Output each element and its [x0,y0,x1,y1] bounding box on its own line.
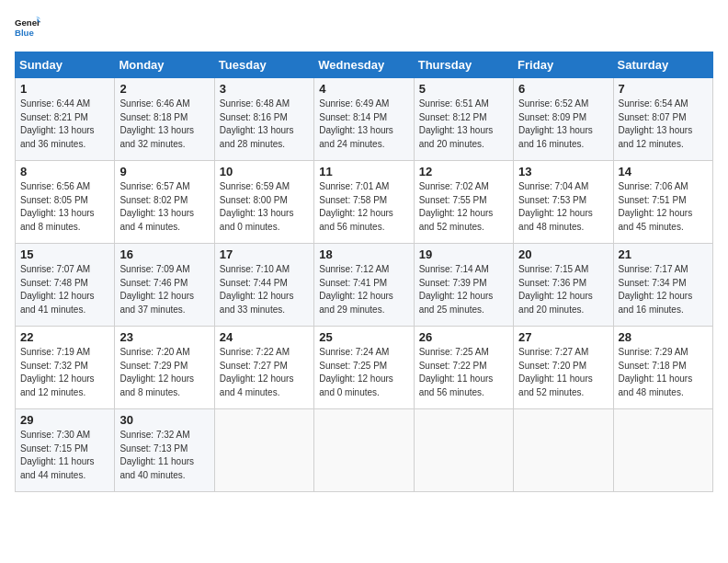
day-number: 8 [20,165,109,178]
day-info: Sunrise: 7:29 AM Sunset: 7:18 PM Dayligh… [619,346,708,399]
day-info: Sunrise: 6:51 AM Sunset: 8:12 PM Dayligh… [419,98,508,151]
day-info: Sunrise: 6:44 AM Sunset: 8:21 PM Dayligh… [20,98,109,151]
day-number: 30 [119,413,209,427]
calendar-day: 5Sunrise: 6:51 AM Sunset: 8:12 PM Daylig… [414,78,513,161]
calendar-day: 27Sunrise: 7:27 AM Sunset: 7:20 PM Dayli… [514,327,613,409]
calendar-table: SundayMondayTuesdayWednesdayThursdayFrid… [15,52,713,492]
calendar-day: 17Sunrise: 7:10 AM Sunset: 7:44 PM Dayli… [214,244,313,327]
day-info: Sunrise: 6:49 AM Sunset: 8:14 PM Dayligh… [319,98,408,151]
day-info: Sunrise: 7:30 AM Sunset: 7:15 PM Dayligh… [20,429,109,482]
calendar-day: 19Sunrise: 7:14 AM Sunset: 7:39 PM Dayli… [414,244,513,327]
calendar-day: 28Sunrise: 7:29 AM Sunset: 7:18 PM Dayli… [613,327,712,409]
day-info: Sunrise: 6:57 AM Sunset: 8:02 PM Dayligh… [119,180,209,234]
day-number: 1 [20,82,109,96]
calendar-day: 29Sunrise: 7:30 AM Sunset: 7:15 PM Dayli… [16,409,115,492]
day-info: Sunrise: 7:01 AM Sunset: 7:58 PM Dayligh… [319,180,408,234]
day-number: 20 [518,247,608,261]
day-info: Sunrise: 7:02 AM Sunset: 7:55 PM Dayligh… [419,180,508,234]
day-number: 28 [619,330,708,344]
day-info: Sunrise: 6:46 AM Sunset: 8:18 PM Dayligh… [119,98,209,151]
day-info: Sunrise: 6:48 AM Sunset: 8:16 PM Dayligh… [220,98,309,151]
day-info: Sunrise: 7:10 AM Sunset: 7:44 PM Dayligh… [220,263,309,316]
day-number: 25 [319,330,408,344]
day-number: 15 [20,247,109,261]
day-info: Sunrise: 7:06 AM Sunset: 7:51 PM Dayligh… [619,180,708,234]
page-header: General Blue [15,15,713,40]
calendar-day: 16Sunrise: 7:09 AM Sunset: 7:46 PM Dayli… [115,244,214,327]
empty-cell [414,409,513,492]
day-info: Sunrise: 7:22 AM Sunset: 7:27 PM Dayligh… [220,346,309,399]
day-number: 16 [119,247,209,261]
calendar-day: 30Sunrise: 7:32 AM Sunset: 7:13 PM Dayli… [115,409,214,492]
day-info: Sunrise: 6:54 AM Sunset: 8:07 PM Dayligh… [619,98,708,151]
empty-cell [314,409,414,492]
day-number: 2 [119,82,209,96]
empty-cell [613,409,712,492]
day-number: 4 [319,82,408,96]
day-number: 7 [619,82,708,96]
calendar-day: 13Sunrise: 7:04 AM Sunset: 7:53 PM Dayli… [514,161,613,244]
calendar-day: 12Sunrise: 7:02 AM Sunset: 7:55 PM Dayli… [414,161,513,244]
calendar-day: 1Sunrise: 6:44 AM Sunset: 8:21 PM Daylig… [16,78,115,161]
calendar-day: 18Sunrise: 7:12 AM Sunset: 7:41 PM Dayli… [314,244,414,327]
day-number: 26 [419,330,508,344]
calendar-day: 9Sunrise: 6:57 AM Sunset: 8:02 PM Daylig… [115,161,214,244]
day-number: 23 [119,330,209,344]
day-number: 11 [319,165,408,178]
day-info: Sunrise: 7:14 AM Sunset: 7:39 PM Dayligh… [419,263,508,316]
day-info: Sunrise: 7:20 AM Sunset: 7:29 PM Dayligh… [119,346,209,399]
day-info: Sunrise: 7:24 AM Sunset: 7:25 PM Dayligh… [319,346,408,399]
calendar-day: 4Sunrise: 6:49 AM Sunset: 8:14 PM Daylig… [314,78,414,161]
calendar-day: 10Sunrise: 6:59 AM Sunset: 8:00 PM Dayli… [214,161,313,244]
day-number: 14 [619,165,708,178]
day-info: Sunrise: 6:52 AM Sunset: 8:09 PM Dayligh… [518,98,608,151]
calendar-day: 25Sunrise: 7:24 AM Sunset: 7:25 PM Dayli… [314,327,414,409]
dow-header: Sunday [16,52,115,78]
calendar-day: 21Sunrise: 7:17 AM Sunset: 7:34 PM Dayli… [613,244,712,327]
day-info: Sunrise: 7:25 AM Sunset: 7:22 PM Dayligh… [419,346,508,399]
day-number: 22 [20,330,109,344]
day-info: Sunrise: 6:59 AM Sunset: 8:00 PM Dayligh… [220,180,309,234]
dow-header: Monday [115,52,214,78]
day-number: 24 [220,330,309,344]
day-number: 10 [220,165,309,178]
calendar-day: 7Sunrise: 6:54 AM Sunset: 8:07 PM Daylig… [613,78,712,161]
day-info: Sunrise: 7:17 AM Sunset: 7:34 PM Dayligh… [619,263,708,316]
calendar-day: 2Sunrise: 6:46 AM Sunset: 8:18 PM Daylig… [115,78,214,161]
empty-cell [514,409,613,492]
calendar-day: 3Sunrise: 6:48 AM Sunset: 8:16 PM Daylig… [214,78,313,161]
dow-header: Friday [514,52,613,78]
calendar-day: 26Sunrise: 7:25 AM Sunset: 7:22 PM Dayli… [414,327,513,409]
calendar-day: 23Sunrise: 7:20 AM Sunset: 7:29 PM Dayli… [115,327,214,409]
svg-text:General: General [15,17,40,28]
day-number: 9 [119,165,209,178]
empty-cell [214,409,313,492]
day-number: 12 [419,165,508,178]
logo-icon: General Blue [15,15,40,40]
day-number: 21 [619,247,708,261]
day-number: 6 [518,82,608,96]
calendar-day: 8Sunrise: 6:56 AM Sunset: 8:05 PM Daylig… [16,161,115,244]
calendar-day: 6Sunrise: 6:52 AM Sunset: 8:09 PM Daylig… [514,78,613,161]
day-number: 18 [319,247,408,261]
day-info: Sunrise: 7:12 AM Sunset: 7:41 PM Dayligh… [319,263,408,316]
day-info: Sunrise: 6:56 AM Sunset: 8:05 PM Dayligh… [20,180,109,234]
calendar-day: 14Sunrise: 7:06 AM Sunset: 7:51 PM Dayli… [613,161,712,244]
day-number: 3 [220,82,309,96]
calendar-day: 11Sunrise: 7:01 AM Sunset: 7:58 PM Dayli… [314,161,414,244]
day-number: 5 [419,82,508,96]
day-number: 19 [419,247,508,261]
svg-text:Blue: Blue [15,28,34,38]
logo: General Blue [15,15,40,40]
day-number: 29 [20,413,109,427]
day-info: Sunrise: 7:09 AM Sunset: 7:46 PM Dayligh… [119,263,209,316]
day-info: Sunrise: 7:27 AM Sunset: 7:20 PM Dayligh… [518,346,608,399]
day-info: Sunrise: 7:04 AM Sunset: 7:53 PM Dayligh… [518,180,608,234]
day-number: 13 [518,165,608,178]
day-info: Sunrise: 7:32 AM Sunset: 7:13 PM Dayligh… [119,429,209,482]
day-info: Sunrise: 7:19 AM Sunset: 7:32 PM Dayligh… [20,346,109,399]
dow-header: Thursday [414,52,513,78]
day-info: Sunrise: 7:07 AM Sunset: 7:48 PM Dayligh… [20,263,109,316]
dow-header: Saturday [613,52,712,78]
calendar-day: 15Sunrise: 7:07 AM Sunset: 7:48 PM Dayli… [16,244,115,327]
